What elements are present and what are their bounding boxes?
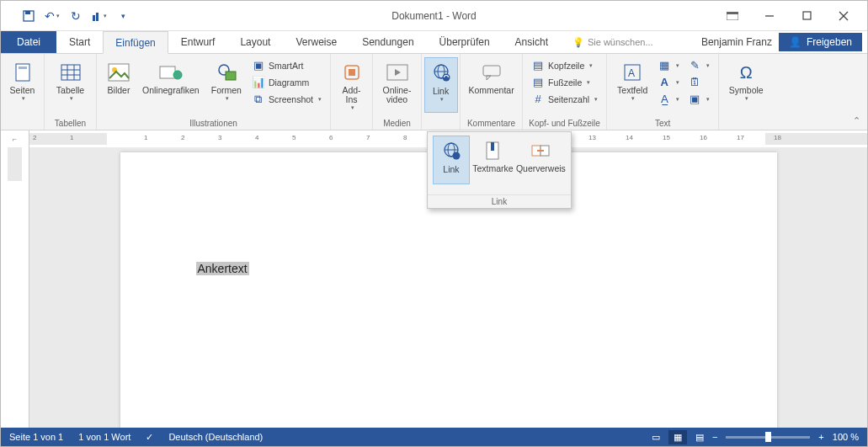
- group-link: Link▾: [422, 54, 461, 130]
- smartart-button[interactable]: ▣SmartArt: [248, 57, 325, 73]
- omega-icon: Ω: [740, 59, 753, 86]
- tab-ueberpruefen[interactable]: Überprüfen: [427, 31, 503, 53]
- share-icon: 👤: [789, 36, 801, 48]
- group-addins: Add-Ins▾: [331, 54, 373, 130]
- dropcap-button[interactable]: A̲▾: [654, 91, 683, 107]
- tab-sendungen[interactable]: Sendungen: [349, 31, 426, 53]
- collapse-ribbon-icon[interactable]: ⌃: [846, 112, 867, 130]
- redo-icon[interactable]: ↻: [65, 5, 87, 27]
- zoom-out-icon[interactable]: −: [712, 432, 717, 442]
- group-kommentare: Kommentar Kommentare: [461, 54, 523, 130]
- link-icon: [431, 60, 451, 87]
- svg-rect-12: [61, 65, 80, 80]
- svg-rect-7: [803, 12, 811, 19]
- video-icon: [386, 59, 408, 86]
- group-tabellen: Tabelle▾ Tabellen: [45, 54, 97, 130]
- header-icon: ▤: [531, 59, 545, 72]
- chart-icon: 📊: [252, 76, 265, 88]
- signature-button[interactable]: ✎▾: [684, 57, 713, 73]
- table-icon: [61, 59, 81, 86]
- minimize-icon[interactable]: [753, 4, 786, 28]
- svg-marker-32: [487, 76, 491, 80]
- print-layout-icon[interactable]: ▦: [668, 430, 687, 444]
- fusszeile-button[interactable]: ▤Fußzeile▾: [528, 74, 601, 90]
- svg-rect-5: [727, 12, 738, 14]
- window-title: Dokument1 - Word: [391, 10, 476, 22]
- window-controls: [716, 4, 867, 28]
- addins-button[interactable]: Add-Ins▾: [335, 57, 369, 113]
- screenshot-button[interactable]: ⧉Screenshot▾: [248, 91, 325, 108]
- ribbon-options-icon[interactable]: [716, 4, 749, 28]
- zoom-level[interactable]: 100 %: [833, 432, 859, 442]
- zoom-in-icon[interactable]: +: [818, 432, 823, 442]
- vertical-ruler[interactable]: [1, 147, 29, 428]
- shapes-icon: [216, 59, 237, 86]
- tab-verweise[interactable]: Verweise: [283, 31, 349, 53]
- formen-button[interactable]: Formen▾: [206, 57, 247, 113]
- addins-icon: [343, 59, 361, 86]
- ribbon-tabs: Datei Start Einfügen Entwurf Layout Verw…: [1, 31, 867, 53]
- selected-text[interactable]: Ankertext: [196, 262, 249, 275]
- title-bar: ↶▾ ↻ ▾ ▾ Dokument1 - Word: [1, 1, 867, 31]
- kommentar-button[interactable]: Kommentar: [463, 57, 519, 113]
- group-medien: Online-video Medien: [373, 54, 422, 130]
- pagenum-icon: #: [531, 93, 545, 105]
- popup-group-label: Link: [428, 194, 571, 208]
- picture-icon: [108, 59, 130, 86]
- svg-rect-24: [349, 69, 355, 76]
- user-name[interactable]: Benjamin Franz: [701, 36, 772, 48]
- tab-entwurf[interactable]: Entwurf: [168, 31, 228, 53]
- group-seiten: Seiten▾: [1, 54, 45, 130]
- bilder-button[interactable]: Bilder: [102, 57, 136, 113]
- svg-rect-40: [491, 142, 494, 151]
- read-mode-icon[interactable]: ▭: [652, 432, 660, 443]
- tabelle-button[interactable]: Tabelle▾: [51, 57, 89, 113]
- tab-start[interactable]: Start: [56, 31, 103, 53]
- seitenzahl-button[interactable]: #Seitenzahl▾: [528, 91, 601, 107]
- popup-querverweis-button[interactable]: Querverweis: [516, 136, 566, 184]
- diagramm-button[interactable]: 📊Diagramm: [248, 74, 325, 90]
- tab-einfuegen[interactable]: Einfügen: [103, 31, 168, 54]
- tab-ansicht[interactable]: Ansicht: [503, 31, 561, 53]
- svg-point-38: [453, 152, 461, 160]
- undo-icon[interactable]: ↶▾: [41, 5, 63, 27]
- zoom-slider[interactable]: [726, 436, 810, 439]
- seiten-button[interactable]: Seiten▾: [5, 57, 40, 113]
- datetime-button[interactable]: 🗓: [684, 74, 713, 90]
- tell-me-search[interactable]: 💡 Sie wünschen...: [572, 31, 653, 53]
- popup-textmarke-button[interactable]: Textmarke: [471, 136, 514, 184]
- tab-file[interactable]: Datei: [1, 31, 56, 53]
- svg-point-20: [173, 71, 182, 79]
- tab-layout[interactable]: Layout: [227, 31, 283, 53]
- kopfzeile-button[interactable]: ▤Kopfzeile▾: [528, 57, 601, 73]
- status-page[interactable]: Seite 1 von 1: [9, 432, 63, 442]
- smartart-icon: ▣: [252, 59, 265, 72]
- onlinevideo-button[interactable]: Online-video: [378, 57, 417, 113]
- object-button[interactable]: ▣▾: [684, 91, 713, 107]
- popup-link-button[interactable]: Link: [433, 136, 470, 184]
- svg-point-30: [442, 74, 450, 82]
- link-button[interactable]: Link▾: [424, 57, 458, 113]
- onlinegrafiken-button[interactable]: Onlinegrafiken: [137, 57, 205, 113]
- save-icon[interactable]: [18, 5, 40, 27]
- close-icon[interactable]: [827, 4, 860, 28]
- svg-rect-22: [226, 72, 236, 80]
- textfeld-button[interactable]: A Textfeld▾: [612, 57, 652, 113]
- qat-customize-icon[interactable]: ▾: [112, 5, 134, 27]
- touch-mode-icon[interactable]: ▾: [88, 5, 110, 27]
- web-layout-icon[interactable]: ▤: [695, 432, 704, 443]
- quickparts-button[interactable]: ▦▾: [654, 57, 683, 73]
- symbole-button[interactable]: Ω Symbole▾: [724, 57, 769, 113]
- status-proofing-icon[interactable]: ✓: [146, 432, 153, 443]
- status-language[interactable]: Deutsch (Deutschland): [168, 432, 263, 442]
- svg-text:A: A: [628, 67, 635, 79]
- wordart-button[interactable]: A▾: [654, 74, 683, 90]
- bookmark-icon: [484, 137, 501, 164]
- status-words[interactable]: 1 von 1 Wort: [78, 432, 130, 442]
- maximize-icon[interactable]: [790, 4, 823, 28]
- quick-access-toolbar: ↶▾ ↻ ▾ ▾: [1, 5, 134, 27]
- svg-rect-11: [19, 67, 27, 69]
- share-button[interactable]: 👤Freigeben: [779, 33, 862, 51]
- svg-rect-3: [96, 13, 99, 21]
- svg-rect-19: [160, 67, 175, 78]
